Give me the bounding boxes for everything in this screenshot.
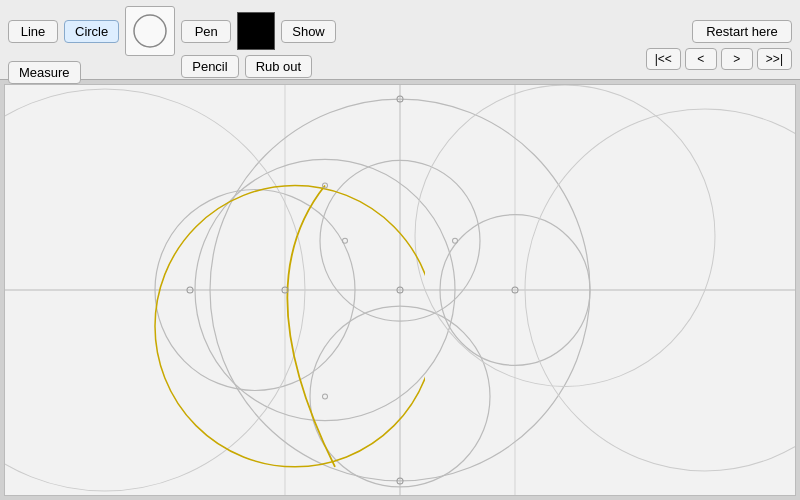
nav-last-button[interactable]: >>| xyxy=(757,48,792,70)
nav-first-button[interactable]: |<< xyxy=(646,48,681,70)
color-picker[interactable] xyxy=(237,12,275,50)
pencil-button[interactable]: Pencil xyxy=(181,55,238,78)
tool-group-right: Restart here |<< < > >>| xyxy=(646,20,792,70)
line-button[interactable]: Line xyxy=(8,20,58,43)
restart-button[interactable]: Restart here xyxy=(692,20,792,43)
show-button[interactable]: Show xyxy=(281,20,336,43)
toolbar: Line Circle Measure Pen Show Pencil Rub … xyxy=(0,0,800,80)
nav-prev-button[interactable]: < xyxy=(685,48,717,70)
tool-group-middle: Pen Show Pencil Rub out xyxy=(181,12,336,78)
measure-button[interactable]: Measure xyxy=(8,61,81,84)
nav-next-button[interactable]: > xyxy=(721,48,753,70)
drawing-canvas[interactable] xyxy=(4,84,796,496)
svg-point-0 xyxy=(134,15,166,47)
pen-button[interactable]: Pen xyxy=(181,20,231,43)
rub-out-button[interactable]: Rub out xyxy=(245,55,313,78)
circle-preview xyxy=(125,6,175,56)
tool-group-left: Line Circle Measure xyxy=(8,6,175,84)
circle-button[interactable]: Circle xyxy=(64,20,119,43)
